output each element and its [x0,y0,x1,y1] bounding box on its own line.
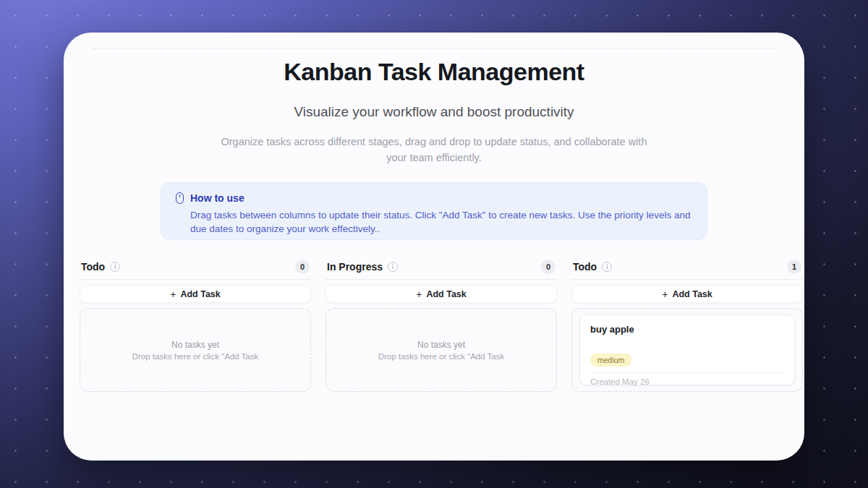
empty-state: No tasks yet Drop tasks here or click "A… [132,340,259,361]
empty-state-hint: Drop tasks here or click "Add Task [378,352,505,361]
task-count-badge: 0 [295,260,310,274]
plus-icon: + [416,289,422,299]
kanban-column-todo-2: Todo i 1 + Add Task buy apple medium Cre… [571,260,803,392]
task-title: buy apple [590,324,784,335]
add-task-label: Add Task [426,289,466,299]
info-icon: i [388,262,398,272]
column-dropzone[interactable]: buy apple medium Created May 26 [571,308,803,392]
add-task-label: Add Task [672,289,712,299]
add-task-button[interactable]: + Add Task [571,285,803,303]
how-to-use-panel: How to use Drag tasks between columns to… [161,182,707,240]
mouse-icon [176,192,184,204]
column-dropzone[interactable]: No tasks yet Drop tasks here or click "A… [80,308,311,392]
kanban-board: Todo i 0 + Add Task No tasks yet Drop ta… [80,260,803,392]
info-icon: i [602,262,612,272]
column-title: In Progress [327,261,383,273]
kanban-column-todo: Todo i 0 + Add Task No tasks yet Drop ta… [80,260,311,392]
task-count-badge: 0 [541,260,556,274]
empty-state-title: No tasks yet [132,340,259,350]
column-title: Todo [573,261,597,273]
column-title: Todo [81,261,105,273]
app-card: Kanban Task Management Visualize your wo… [64,33,804,461]
column-dropzone[interactable]: No tasks yet Drop tasks here or click "A… [326,308,557,392]
task-card[interactable]: buy apple medium Created May 26 [579,314,795,385]
task-created-date: Created May 26 [590,377,784,386]
task-card-divider [590,372,784,373]
empty-state: No tasks yet Drop tasks here or click "A… [378,340,505,361]
how-to-use-header: How to use [176,192,692,204]
how-to-use-title: How to use [190,192,244,204]
task-count-badge: 1 [787,260,801,274]
column-header: Todo i 1 [571,260,803,280]
empty-state-title: No tasks yet [378,340,505,350]
add-task-button[interactable]: + Add Task [80,285,311,303]
column-title-group: Todo i [81,261,120,273]
page-title: Kanban Task Management [80,57,788,86]
add-task-label: Add Task [180,289,220,299]
info-icon: i [110,262,120,272]
plus-icon: + [170,289,176,299]
column-header: In Progress i 0 [326,260,557,280]
how-to-use-body: Drag tasks between columns to update the… [176,209,692,236]
priority-badge: medium [590,354,631,367]
empty-state-hint: Drop tasks here or click "Add Task [132,352,259,361]
kanban-column-in-progress: In Progress i 0 + Add Task No tasks yet … [326,260,557,392]
card-top-divider [93,48,775,49]
column-header: Todo i 0 [80,260,311,280]
page-subtitle: Visualize your workflow and boost produc… [80,104,788,120]
column-title-group: In Progress i [327,261,398,273]
page-description: Organize tasks across different stages, … [213,134,655,166]
plus-icon: + [662,289,668,299]
add-task-button[interactable]: + Add Task [326,285,557,303]
column-title-group: Todo i [573,261,612,273]
